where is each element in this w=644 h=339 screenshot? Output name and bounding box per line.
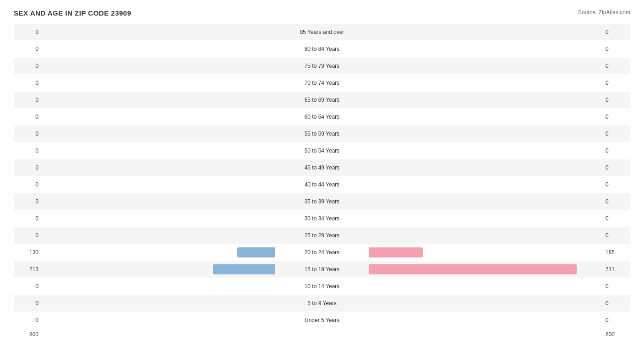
- male-bar-container: [41, 176, 276, 193]
- table-row: 213 15 to 19 Years 711: [14, 261, 630, 278]
- male-value: 0: [14, 317, 41, 323]
- age-label: 75 to 79 Years: [276, 63, 368, 69]
- female-bar-container: [368, 24, 603, 40]
- male-bar: [213, 264, 275, 274]
- source-text: Source: ZipAtlas.com: [578, 9, 630, 16]
- age-label: 70 to 74 Years: [276, 80, 368, 86]
- table-row: 0 55 to 59 Years 0: [14, 126, 630, 142]
- male-value: 0: [14, 46, 41, 52]
- age-label: 35 to 39 Years: [276, 198, 368, 205]
- female-value: 0: [603, 283, 630, 290]
- female-value: 0: [603, 131, 630, 137]
- female-value: 0: [603, 80, 630, 86]
- female-bar-container: [368, 261, 603, 278]
- female-value: 0: [603, 148, 630, 154]
- age-label: 55 to 59 Years: [276, 131, 368, 137]
- female-value: 0: [603, 164, 630, 171]
- age-label: 80 to 84 Years: [276, 46, 368, 52]
- female-value: 0: [603, 300, 630, 306]
- female-bar-container: [368, 58, 603, 74]
- female-bar: [369, 264, 577, 274]
- female-bar-container: [368, 193, 603, 210]
- table-row: 0 25 to 29 Years 0: [14, 227, 630, 244]
- age-label: 50 to 54 Years: [276, 148, 368, 154]
- table-row: 0 65 to 69 Years 0: [14, 92, 630, 108]
- female-value: 0: [603, 215, 630, 222]
- female-value: 0: [603, 317, 630, 323]
- male-value: 213: [14, 266, 41, 273]
- male-value: 0: [14, 131, 41, 137]
- age-label: Under 5 Years: [276, 317, 368, 323]
- female-value: 0: [603, 63, 630, 69]
- female-bar-container: [368, 227, 603, 244]
- table-row: 0 30 to 34 Years 0: [14, 210, 630, 227]
- table-row: 0 85 Years and over 0: [14, 24, 630, 40]
- chart-title: SEX AND AGE IN ZIP CODE 23909: [14, 9, 131, 17]
- female-value: 185: [603, 249, 630, 256]
- female-value: 0: [603, 114, 630, 120]
- table-row: 0 50 to 54 Years 0: [14, 142, 630, 159]
- male-value: 0: [14, 232, 41, 239]
- age-label: 65 to 69 Years: [276, 97, 368, 103]
- age-label: 5 to 9 Years: [276, 300, 368, 306]
- female-bar-container: [368, 312, 603, 328]
- male-bar-container: [41, 278, 276, 295]
- male-value: 0: [14, 181, 41, 188]
- age-label: 10 to 14 Years: [276, 283, 368, 290]
- male-value: 0: [14, 283, 41, 290]
- male-bar-container: [41, 126, 276, 142]
- female-value: 0: [603, 46, 630, 52]
- male-bar-container: [41, 312, 276, 328]
- female-bar-container: [368, 244, 603, 261]
- male-bar-container: [41, 227, 276, 244]
- female-value: 0: [603, 29, 630, 35]
- female-bar: [369, 247, 423, 257]
- age-label: 40 to 44 Years: [276, 181, 368, 188]
- table-row: 0 Under 5 Years 0: [14, 312, 630, 328]
- male-value: 0: [14, 29, 41, 35]
- male-bar-container: [41, 193, 276, 210]
- female-bar-container: [368, 41, 603, 57]
- male-bar: [237, 247, 275, 257]
- male-bar-container: [41, 210, 276, 227]
- male-bar-container: [41, 92, 276, 108]
- axis-left-label: 800: [14, 331, 41, 338]
- age-label: 15 to 19 Years: [276, 266, 368, 273]
- axis-right-label: 800: [603, 331, 630, 338]
- female-bar-container: [368, 210, 603, 227]
- female-bar-container: [368, 176, 603, 193]
- female-value: 0: [603, 232, 630, 239]
- axis-row: 800 800: [14, 331, 630, 338]
- age-label: 25 to 29 Years: [276, 232, 368, 239]
- male-value: 0: [14, 97, 41, 103]
- male-bar-container: [41, 41, 276, 57]
- female-value: 0: [603, 181, 630, 188]
- female-bar-container: [368, 109, 603, 125]
- table-row: 0 40 to 44 Years 0: [14, 176, 630, 193]
- female-bar-container: [368, 92, 603, 108]
- table-row: 0 10 to 14 Years 0: [14, 278, 630, 295]
- age-label: 85 Years and over: [276, 29, 368, 35]
- table-row: 0 5 to 9 Years 0: [14, 295, 630, 312]
- chart-container: 0 85 Years and over 0 0 80 to 84 Years 0…: [14, 24, 630, 339]
- female-bar-container: [368, 126, 603, 142]
- male-bar-container: [41, 244, 276, 261]
- table-row: 0 80 to 84 Years 0: [14, 41, 630, 57]
- age-label: 45 to 49 Years: [276, 164, 368, 171]
- male-bar-container: [41, 295, 276, 312]
- table-row: 0 45 to 49 Years 0: [14, 159, 630, 176]
- female-value: 0: [603, 97, 630, 103]
- male-value: 0: [14, 114, 41, 120]
- male-value: 0: [14, 198, 41, 205]
- male-value: 0: [14, 300, 41, 306]
- male-bar-container: [41, 58, 276, 74]
- male-bar-container: [41, 142, 276, 159]
- female-bar-container: [368, 295, 603, 312]
- age-label: 30 to 34 Years: [276, 215, 368, 222]
- female-bar-container: [368, 278, 603, 295]
- table-row: 0 70 to 74 Years 0: [14, 75, 630, 91]
- male-value: 0: [14, 164, 41, 171]
- age-label: 20 to 24 Years: [276, 249, 368, 256]
- female-bar-container: [368, 159, 603, 176]
- male-value: 0: [14, 80, 41, 86]
